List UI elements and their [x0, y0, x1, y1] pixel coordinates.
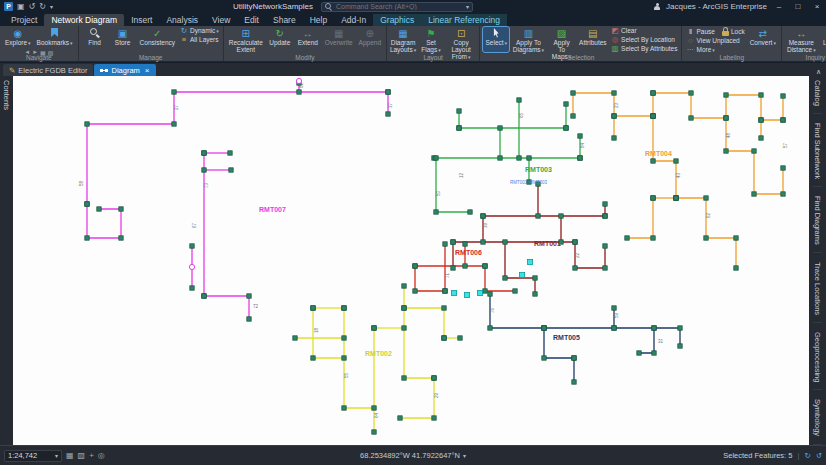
measure-distance-button[interactable]: Measure Distance: [785, 27, 818, 52]
minimize-button[interactable]: [772, 2, 786, 11]
pause-labeling-button[interactable]: Pause: [685, 27, 715, 36]
all-layers-icon: [180, 36, 188, 44]
svg-text:RMT007: RMT007: [259, 206, 286, 213]
tab-share[interactable]: Share: [266, 14, 303, 26]
attributes-button[interactable]: Attributes: [578, 27, 609, 52]
dynamic-icon: [180, 27, 188, 35]
tab-view[interactable]: View: [205, 14, 237, 26]
search-dropdown-icon[interactable]: [466, 2, 469, 12]
save-icon[interactable]: [17, 2, 25, 12]
consistency-icon: [153, 28, 161, 39]
svg-text:59: 59: [614, 312, 619, 318]
tab-add-in[interactable]: Add-In: [334, 14, 373, 26]
append-button[interactable]: Append: [357, 27, 383, 52]
crosshair-icon[interactable]: [89, 451, 94, 460]
store-button[interactable]: Store: [110, 27, 136, 52]
tab-network-diagram[interactable]: Network Diagram: [44, 14, 124, 26]
tab-electric-fgdb-editor[interactable]: Electric FGDB Editor: [3, 64, 93, 76]
sync-icon[interactable]: [816, 451, 822, 460]
close-button[interactable]: [810, 2, 824, 11]
pane-tab-find-diagrams[interactable]: Find Diagrams: [813, 196, 822, 253]
set-flags-button[interactable]: Set Flags: [418, 27, 444, 52]
apply-to-diagrams-button[interactable]: Apply To Diagrams: [511, 27, 545, 52]
ribbon-group-selection: Select Apply To Diagrams Apply To Maps A…: [480, 26, 682, 61]
explore-button[interactable]: Explore: [3, 27, 33, 48]
view-unplaced-button[interactable]: View Unplaced: [685, 37, 745, 45]
tab-edit[interactable]: Edit: [237, 14, 266, 26]
command-search[interactable]: [321, 2, 473, 12]
attributes-icon: [588, 28, 597, 39]
snapping-icon[interactable]: [66, 451, 74, 460]
tab-project[interactable]: Project: [4, 14, 44, 26]
svg-text:RMT002: RMT002: [365, 350, 392, 357]
dynamic-button[interactable]: Dynamic: [179, 27, 220, 35]
group-label-manage: Manage: [79, 54, 223, 61]
recalculate-extent-button[interactable]: Recalculate Extent: [227, 27, 265, 52]
status-bar: 1:24,742 68.2534892°W 41.7922647°N Selec…: [0, 445, 826, 465]
tab-linear-referencing[interactable]: Linear Referencing: [421, 14, 507, 26]
redo-icon[interactable]: [39, 2, 46, 12]
tab-analysis[interactable]: Analysis: [159, 14, 205, 26]
pause-icon: [686, 28, 694, 36]
coordinates-readout[interactable]: 68.2534892°W 41.7922647°N: [360, 451, 466, 461]
pane-tab-trace-locations[interactable]: Trace Locations: [813, 262, 822, 323]
pane-tab-symbology[interactable]: Symbology: [813, 399, 822, 444]
copy-layout-from-icon: [457, 28, 465, 39]
apply-to-maps-button[interactable]: Apply To Maps: [548, 27, 576, 52]
measure-distance-icon: [796, 28, 806, 39]
svg-text:RMT004: RMT004: [645, 150, 672, 157]
group-label-modify: Modify: [224, 54, 386, 61]
consistency-button[interactable]: Consistency: [138, 27, 177, 52]
contents-pane-tab[interactable]: Contents: [2, 80, 11, 110]
set-flags-icon: [427, 28, 436, 39]
refresh-icon[interactable]: [804, 451, 810, 460]
update-button[interactable]: Update: [267, 27, 293, 52]
network-diagram-svg[interactable]: 8237277358677265841250234348576239227118…: [13, 76, 809, 445]
ribbon: Explore Bookmarks Navigat: [0, 26, 826, 62]
diagram-icon: [100, 66, 108, 74]
ribbon-group-inquiry: Measure Distance Locate Inquiry: [782, 26, 826, 61]
select-by-location-icon: [611, 36, 619, 44]
pane-tab-geoprocessing[interactable]: Geoprocessing: [813, 332, 822, 390]
map-scale-combobox[interactable]: 1:24,742: [4, 450, 62, 462]
diagram-layouts-button[interactable]: Diagram Layouts: [390, 27, 416, 52]
spatial-reference-icon[interactable]: [98, 451, 105, 460]
locate-button[interactable]: Locate: [820, 27, 826, 52]
grid-icon[interactable]: [78, 451, 86, 460]
pane-tab-find-subnetwork[interactable]: Find Subnetwork: [813, 123, 822, 187]
copy-layout-from-button[interactable]: Copy Layout From: [446, 27, 476, 52]
lock-labels-button[interactable]: Lock: [721, 27, 746, 36]
select-by-attributes-button[interactable]: Select By Attributes: [610, 45, 678, 53]
map-canvas[interactable]: 8237277358677265841250234348576239227118…: [13, 76, 809, 445]
bookmarks-icon: [51, 28, 58, 37]
tab-help[interactable]: Help: [303, 14, 334, 26]
ribbon-tab-row: Project Network Diagram Insert Analysis …: [0, 13, 826, 26]
quick-access-dropdown-icon[interactable]: [50, 2, 53, 12]
extend-button[interactable]: Extend: [295, 27, 321, 52]
pane-tab-catalog[interactable]: Catalog: [813, 80, 822, 114]
svg-text:64: 64: [374, 412, 379, 418]
more-labeling-button[interactable]: More: [685, 46, 745, 54]
tab-insert[interactable]: Insert: [124, 14, 159, 26]
convert-icon: [759, 28, 767, 39]
convert-labels-button[interactable]: Convert: [748, 27, 778, 52]
clear-selection-button[interactable]: Clear: [610, 27, 678, 35]
svg-text:43: 43: [676, 172, 681, 178]
tab-diagram[interactable]: Diagram ×: [94, 64, 155, 76]
select-button[interactable]: Select: [483, 27, 509, 52]
all-layers-button[interactable]: All Layers: [179, 36, 220, 44]
find-button[interactable]: Find: [82, 27, 108, 52]
maximize-button[interactable]: [791, 2, 805, 11]
tab-graphics[interactable]: Graphics: [373, 14, 421, 26]
bookmarks-button[interactable]: Bookmarks: [35, 27, 75, 48]
undo-icon[interactable]: [29, 2, 36, 12]
close-tab-icon[interactable]: ×: [145, 66, 150, 75]
selected-features-count[interactable]: Selected Features: 5: [723, 451, 792, 460]
select-by-attributes-icon: [611, 45, 619, 53]
signed-in-user[interactable]: Jacques - ArcGIS Enterprise: [666, 2, 767, 11]
select-by-location-button[interactable]: Select By Location: [610, 36, 678, 44]
overwrite-button[interactable]: Overwrite: [323, 27, 355, 52]
svg-text:22: 22: [575, 252, 580, 258]
collapse-ribbon-icon[interactable]: [811, 68, 826, 76]
command-search-input[interactable]: [336, 3, 463, 10]
